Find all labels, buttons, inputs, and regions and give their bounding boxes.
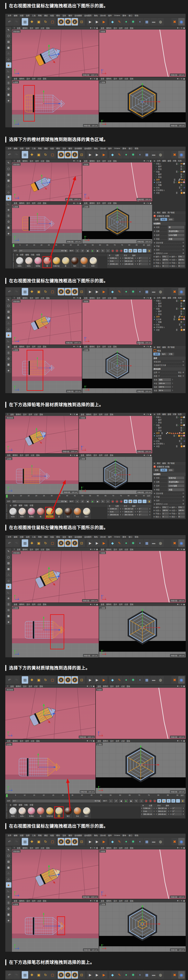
live-selection-icon[interactable]: ▤ <box>22 288 28 295</box>
menu-item-流水线[interactable]: 流水线 <box>99 536 107 538</box>
generator-icon[interactable]: ● <box>123 288 130 295</box>
layout-interface-icon[interactable]: ✖ <box>171 971 178 978</box>
maximize-view-icon[interactable]: ▣ <box>79 297 81 299</box>
material-tag-icon[interactable] <box>183 416 185 418</box>
zoom-view-icon[interactable]: ↕ <box>179 900 180 902</box>
mograph-icon[interactable]: ✱ <box>130 288 136 295</box>
viewport-menu-过滤[interactable]: 过滤 <box>40 297 45 299</box>
material-tag-icon[interactable] <box>183 192 185 194</box>
snap-rotate-icon[interactable]: ◈ <box>6 368 11 373</box>
rotate-icon[interactable]: ↻ <box>42 539 49 547</box>
pan-view-icon[interactable]: ✚ <box>73 202 75 204</box>
zoom-view-icon[interactable]: ↕ <box>179 685 180 687</box>
top-view-canvas[interactable]: ZX顶视图网格间距 : 100 cm <box>99 30 186 77</box>
menu-item-创建[interactable]: 创建 <box>19 14 25 17</box>
light-icon[interactable]: ◎ <box>157 288 164 295</box>
maximize-view-icon[interactable]: ▣ <box>183 900 185 902</box>
undo-icon[interactable]: ↶ <box>6 539 13 547</box>
checkbox[interactable] <box>158 375 160 377</box>
viewport-menu-过滤[interactable]: 过滤 <box>123 548 129 551</box>
lock-y-icon[interactable]: Y <box>65 676 71 684</box>
om-item-扭曲[interactable]: ◖扭曲✓ <box>152 321 186 323</box>
pan-view-icon[interactable]: ✚ <box>144 414 145 415</box>
right-view-canvas[interactable]: YZ右视图网格间距 : 100 cm <box>12 348 82 393</box>
menu-item-模拟[interactable]: 模拟 <box>55 536 61 538</box>
viewport-menu-显示[interactable]: 显示 <box>96 160 101 162</box>
pan-view-icon[interactable]: ✚ <box>144 345 145 347</box>
material-材质5[interactable]: 材质5 <box>9 508 17 519</box>
material-黄[interactable]: 黄 <box>55 508 63 519</box>
material-铅笔外层[interactable]: 铅笔外层 <box>46 807 54 818</box>
viewport-menu-查看[interactable]: 查看 <box>16 548 22 551</box>
rotate-view-icon[interactable]: ↻ <box>90 685 92 687</box>
om-menu-查看[interactable]: 查看 <box>167 413 171 415</box>
coord-stepper[interactable]: ⇕ <box>149 514 151 515</box>
axis-mode-icon[interactable]: ∟ <box>6 888 11 894</box>
om-item-灯光[interactable]: ▭灯光✓◎ <box>152 323 186 326</box>
coord-value[interactable]: 346.41 cm <box>124 260 134 262</box>
zoom-view-icon[interactable]: ↕ <box>146 160 147 162</box>
mats-menu-纹理[interactable]: 纹理 <box>30 504 33 507</box>
material-背景板[interactable]: 背景板 <box>34 257 42 268</box>
axis-mode-icon[interactable]: ∟ <box>6 68 11 74</box>
menu-item-编辑[interactable]: 编辑 <box>13 147 19 150</box>
checkbox[interactable]: ✓ <box>182 503 184 505</box>
key-rotation-button[interactable]: ↻ <box>167 799 171 803</box>
viewport-menu-选项[interactable]: 选项 <box>118 603 123 606</box>
material-tag-icon[interactable] <box>183 445 185 447</box>
coord-value[interactable]: 384.729 cm <box>124 514 134 516</box>
model-mode-icon[interactable]: ▢ <box>6 303 11 308</box>
material-铅笔外层[interactable]: 铅笔外层 <box>46 508 54 519</box>
om-item-多边[interactable]: ○多边✓ <box>152 305 186 307</box>
render-region-icon[interactable]: ▶ <box>94 676 100 684</box>
redo-icon[interactable]: ↷ <box>13 971 20 978</box>
polygons-mode-icon[interactable]: ◆ <box>6 332 11 338</box>
maximize-view-icon[interactable]: ▣ <box>183 78 185 80</box>
enabled-check-icon[interactable]: ✓ <box>183 305 185 307</box>
spline-pen-icon[interactable]: ✎ <box>116 676 123 684</box>
loop-backward-button[interactable]: ↺ <box>80 500 85 503</box>
mouse-input-icon[interactable]: ⊕ <box>6 894 11 899</box>
polygons-mode-icon[interactable]: ◆ <box>6 195 11 201</box>
lock-z-icon[interactable]: Z <box>71 18 78 25</box>
om-item-放样[interactable]: ▲放样 <box>152 178 186 181</box>
environment-icon[interactable]: ▦ <box>144 971 150 978</box>
viewport-menu-过滤[interactable]: 过滤 <box>123 603 129 606</box>
snap-rotate-icon[interactable]: ◈ <box>6 98 11 103</box>
panel-menu-模式[interactable]: 模式 <box>157 462 161 465</box>
front-view-canvas[interactable]: YX正视图网格间距 : 100 cm <box>79 457 152 494</box>
loop-button[interactable]: ↻ <box>101 249 105 253</box>
deformer-icon[interactable]: ◖ <box>137 18 143 25</box>
checkbox[interactable]: ✓ <box>182 371 184 373</box>
enabled-check-icon[interactable]: ✓ <box>178 308 180 310</box>
live-selection-icon[interactable]: ▤ <box>22 151 28 158</box>
tab-选项[interactable]: 选项 <box>153 353 160 356</box>
visibility-toggles[interactable] <box>176 300 177 302</box>
panel-menu-用户数据[interactable]: 用户数据 <box>167 346 175 348</box>
viewport-menu-过滤[interactable]: 过滤 <box>107 345 112 348</box>
points-mode-icon[interactable]: ∴ <box>6 183 11 189</box>
menu-item-Octane[interactable]: Octane <box>113 147 122 150</box>
target-tag-icon[interactable]: ◎ <box>183 187 185 189</box>
record-position-button[interactable]: ◉ <box>111 500 114 503</box>
rotate-icon[interactable]: ↻ <box>42 676 49 684</box>
polygon-selection-tag-icon[interactable] <box>177 433 179 434</box>
viewport-menu-面板[interactable]: 面板 <box>112 202 118 204</box>
menu-item-文件[interactable]: 文件 <box>6 14 13 17</box>
redo-icon[interactable]: ↷ <box>13 151 20 158</box>
phong-tag-icon[interactable] <box>180 192 183 194</box>
visibility-toggles[interactable] <box>176 416 177 418</box>
loop-backward-button[interactable]: ↺ <box>80 249 85 253</box>
layout-interface-icon[interactable]: ✖ <box>171 539 178 547</box>
last-tool-icon[interactable]: ▢ <box>49 288 55 295</box>
menu-item-角色[interactable]: 角色 <box>93 834 99 837</box>
panel-menu-用户数据[interactable]: 用户数据 <box>167 211 175 214</box>
coord-value[interactable]: 146.182 cm <box>124 263 134 265</box>
om-item-圆环[interactable]: ○圆环✓ <box>152 426 186 429</box>
material-tag-icon[interactable] <box>183 308 185 310</box>
expression-tag-icon[interactable] <box>180 425 183 426</box>
om-item-灯光目标 1[interactable]: ◎灯光目标 1 <box>152 189 186 192</box>
pan-view-icon[interactable]: ✚ <box>177 27 179 29</box>
om-menu-编辑[interactable]: 编辑 <box>162 413 166 415</box>
coord-stepper[interactable]: ⇕ <box>182 807 185 809</box>
